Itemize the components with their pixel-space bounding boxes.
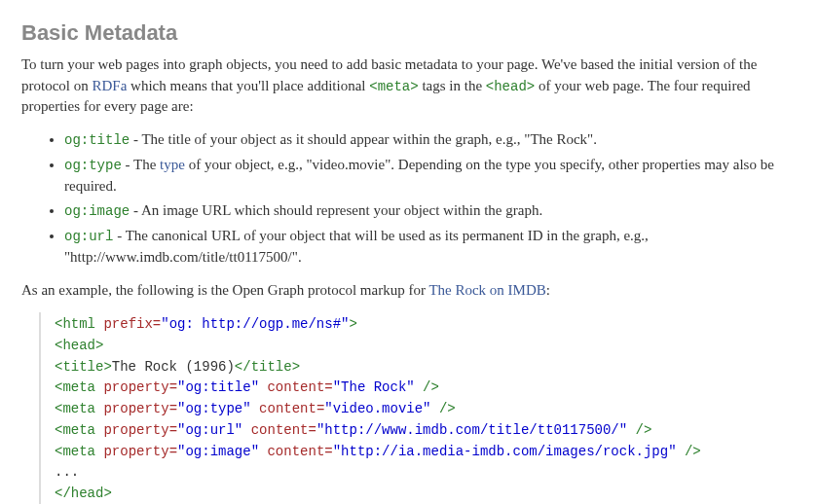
text: tags in the <box>419 78 486 93</box>
type-link[interactable]: type <box>160 157 185 172</box>
imdb-link[interactable]: The Rock on IMDB <box>428 282 545 298</box>
text: As an example, the following is the Open… <box>21 282 428 298</box>
prop-desc: - An image URL which should represent yo… <box>130 202 542 218</box>
meta-code: <meta> <box>369 79 418 94</box>
text: which means that you'll place additional <box>127 78 369 93</box>
example-intro: As an example, the following is the Open… <box>21 280 797 302</box>
list-item: og:url - The canonical URL of your objec… <box>64 226 797 269</box>
prop-desc: - The canonical URL of your object that … <box>64 228 649 265</box>
prop-code: og:title <box>64 132 130 148</box>
prop-desc: - The <box>122 157 160 172</box>
list-item: og:title - The title of your object as i… <box>64 129 797 151</box>
prop-code: og:image <box>64 203 130 219</box>
code-example: <html prefix="og: http://ogp.me/ns#"> <h… <box>39 312 797 504</box>
head-code: <head> <box>486 79 535 94</box>
prop-desc: - The title of your object as it should … <box>130 131 597 147</box>
list-item: og:image - An image URL which should rep… <box>64 200 797 222</box>
rdfa-link[interactable]: RDFa <box>93 78 128 93</box>
list-item: og:type - The type of your object, e.g.,… <box>64 155 797 198</box>
prop-code: og:url <box>64 229 113 244</box>
intro-paragraph: To turn your web pages into graph object… <box>21 54 797 118</box>
properties-list: og:title - The title of your object as i… <box>21 129 797 269</box>
section-heading: Basic Metadata <box>21 18 797 49</box>
text: : <box>546 282 550 298</box>
prop-code: og:type <box>64 158 122 173</box>
